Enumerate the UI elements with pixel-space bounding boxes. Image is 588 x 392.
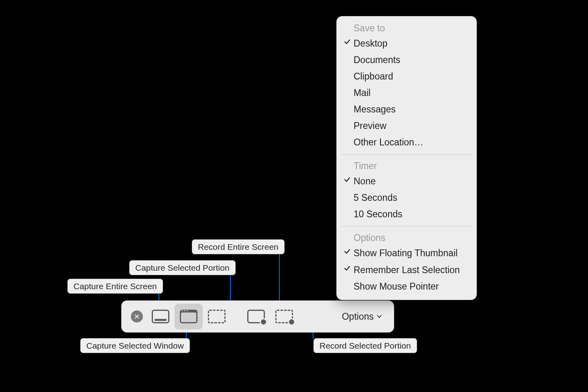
menu-item-label: Documents — [354, 55, 400, 65]
options-label: Options — [342, 311, 374, 322]
capture-entire-screen-button[interactable] — [146, 304, 175, 329]
menu-item-label: Preview — [354, 120, 387, 131]
menu-item-other-location[interactable]: Other Location… — [337, 134, 476, 151]
record-screen-icon — [247, 310, 265, 323]
menu-item-label: Show Mouse Pointer — [354, 281, 439, 292]
callout-capture-selected-window: Capture Selected Window — [80, 338, 190, 353]
menu-heading-timer: Timer — [337, 158, 476, 173]
screen-icon — [152, 310, 169, 323]
menu-item-mail[interactable]: Mail — [337, 85, 476, 101]
record-selection-icon — [275, 310, 293, 323]
menu-item-label: Other Location… — [354, 137, 423, 147]
menu-item-documents[interactable]: Documents — [337, 52, 476, 68]
close-button[interactable] — [127, 304, 146, 329]
screenshot-toolbar: Options — [121, 300, 394, 333]
menu-item-clipboard[interactable]: Clipboard — [337, 68, 476, 85]
menu-heading-save-to: Save to — [337, 20, 476, 35]
callout-record-selected-portion: Record Selected Portion — [313, 338, 417, 353]
menu-item-messages[interactable]: Messages — [337, 101, 476, 118]
capture-selected-portion-button[interactable] — [203, 304, 231, 329]
menu-item-timer-none[interactable]: None — [337, 173, 476, 190]
menu-item-label: Remember Last Selection — [354, 265, 460, 275]
close-icon — [131, 310, 143, 323]
menu-item-label: Desktop — [354, 38, 387, 49]
window-icon — [180, 310, 197, 323]
check-icon — [344, 176, 351, 183]
check-icon — [344, 265, 351, 272]
menu-item-floating-thumbnail[interactable]: Show Floating Thumbnail — [337, 245, 476, 261]
menu-item-label: None — [354, 176, 376, 186]
capture-selected-window-button[interactable] — [175, 304, 203, 329]
menu-item-remember-selection[interactable]: Remember Last Selection — [337, 262, 476, 278]
record-entire-screen-button[interactable] — [242, 304, 270, 329]
menu-heading-options: Options — [337, 230, 476, 245]
callout-record-entire-screen: Record Entire Screen — [192, 239, 285, 254]
menu-item-label: 10 Seconds — [354, 209, 402, 219]
options-menu: Save to Desktop Documents Clipboard Mail… — [336, 16, 477, 300]
menu-item-label: Mail — [354, 88, 370, 98]
leader-record-entire — [279, 252, 280, 307]
menu-divider — [342, 226, 472, 227]
selection-icon — [208, 310, 226, 323]
menu-item-timer-5s[interactable]: 5 Seconds — [337, 190, 476, 206]
callout-capture-selected-portion: Capture Selected Portion — [129, 260, 236, 275]
callout-capture-entire-screen: Capture Entire Screen — [67, 279, 163, 294]
menu-item-timer-10s[interactable]: 10 Seconds — [337, 206, 476, 223]
menu-item-label: Show Floating Thumbnail — [354, 248, 458, 258]
menu-item-label: Clipboard — [354, 71, 393, 82]
menu-item-preview[interactable]: Preview — [337, 118, 476, 134]
options-button[interactable]: Options — [336, 311, 388, 322]
record-selected-portion-button[interactable] — [270, 304, 298, 329]
chevron-down-icon — [376, 313, 383, 320]
menu-divider — [342, 154, 472, 155]
menu-item-label: Messages — [354, 104, 396, 114]
check-icon — [344, 248, 351, 255]
menu-item-desktop[interactable]: Desktop — [337, 35, 476, 52]
menu-item-mouse-pointer[interactable]: Show Mouse Pointer — [337, 278, 476, 295]
check-icon — [344, 38, 351, 45]
menu-item-label: 5 Seconds — [354, 192, 397, 203]
